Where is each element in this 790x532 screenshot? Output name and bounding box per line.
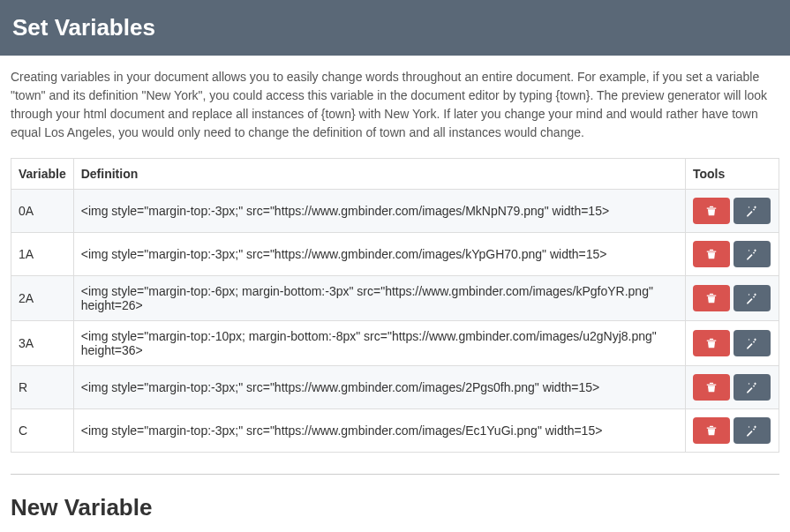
wand-icon (746, 337, 758, 349)
edit-button[interactable] (734, 417, 771, 444)
delete-button[interactable] (693, 374, 730, 401)
section-divider (11, 474, 779, 475)
trash-icon (705, 248, 718, 260)
new-variable-heading: New Variable (11, 494, 779, 521)
tools-cell (686, 409, 779, 453)
variable-cell: 1A (11, 233, 74, 276)
modal-content: Creating variables in your document allo… (0, 56, 790, 532)
trash-icon (705, 337, 718, 349)
delete-button[interactable] (693, 330, 730, 356)
delete-button[interactable] (693, 241, 730, 267)
col-header-definition: Definition (73, 159, 685, 190)
modal-header: Set Variables (0, 0, 790, 56)
definition-cell: <img style="margin-top:-3px;" src="https… (73, 190, 685, 233)
delete-button[interactable] (693, 417, 730, 444)
variable-cell: R (11, 366, 74, 409)
definition-cell: <img style="margin-top:-6px; margin-bott… (73, 276, 685, 321)
wand-icon (746, 205, 758, 217)
edit-button[interactable] (734, 198, 771, 224)
tools-cell (686, 233, 779, 276)
tools-cell (686, 321, 779, 366)
table-row: 1A<img style="margin-top:-3px;" src="htt… (11, 233, 779, 276)
edit-button[interactable] (734, 374, 771, 401)
trash-icon (705, 292, 718, 304)
tools-cell (686, 366, 779, 409)
definition-cell: <img style="margin-top:-3px;" src="https… (73, 409, 685, 453)
modal-scroll[interactable]: Set Variables Creating variables in your… (0, 0, 790, 532)
wand-icon (746, 292, 758, 304)
wand-icon (746, 381, 758, 393)
table-row: C<img style="margin-top:-3px;" src="http… (11, 409, 779, 453)
variable-cell: 2A (11, 276, 74, 321)
definition-cell: <img style="margin-top:-3px;" src="https… (73, 366, 685, 409)
wand-icon (746, 248, 758, 260)
edit-button[interactable] (734, 330, 771, 356)
trash-icon (705, 424, 718, 437)
table-row: 2A<img style="margin-top:-6px; margin-bo… (11, 276, 779, 321)
variable-cell: 3A (11, 321, 74, 366)
table-row: R<img style="margin-top:-3px;" src="http… (11, 366, 779, 409)
trash-icon (705, 205, 718, 217)
table-row: 0A<img style="margin-top:-3px;" src="htt… (11, 190, 779, 233)
delete-button[interactable] (693, 198, 730, 224)
edit-button[interactable] (734, 285, 771, 311)
tools-cell (686, 276, 779, 321)
trash-icon (705, 381, 718, 393)
table-row: 3A<img style="margin-top:-10px; margin-b… (11, 321, 779, 366)
col-header-tools: Tools (686, 159, 779, 190)
variables-table: Variable Definition Tools 0A<img style="… (11, 158, 779, 453)
description-text: Creating variables in your document allo… (11, 68, 779, 142)
variable-cell: 0A (11, 190, 74, 233)
definition-cell: <img style="margin-top:-10px; margin-bot… (73, 321, 685, 366)
col-header-variable: Variable (11, 159, 74, 190)
variable-cell: C (11, 409, 74, 453)
definition-cell: <img style="margin-top:-3px;" src="https… (73, 233, 685, 276)
edit-button[interactable] (734, 241, 771, 267)
wand-icon (746, 424, 758, 437)
modal-title: Set Variables (12, 14, 155, 41)
tools-cell (686, 190, 779, 233)
delete-button[interactable] (693, 285, 730, 311)
